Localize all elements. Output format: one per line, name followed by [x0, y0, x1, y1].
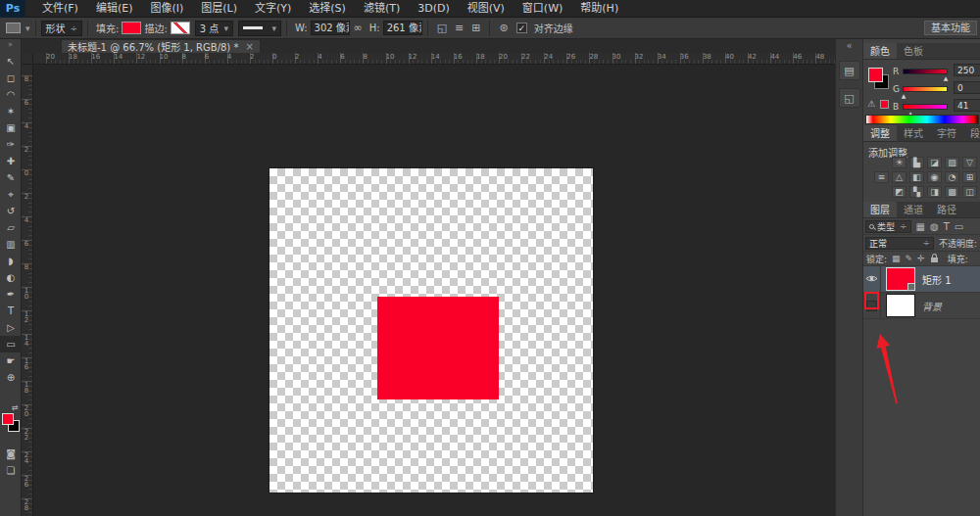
tool-preset-arrow-icon[interactable]: ▾: [25, 23, 30, 33]
panel-foreground-color-chip[interactable]: [868, 68, 883, 82]
color-lookup-icon[interactable]: ⊞: [962, 171, 977, 183]
visibility-toggle[interactable]: [863, 266, 881, 293]
adjustment-layer-filter-icon[interactable]: ◍: [930, 221, 939, 232]
layer-row[interactable]: 矩形 1: [863, 266, 980, 293]
threshold-icon[interactable]: ◨: [927, 186, 942, 198]
align-edges-checkbox[interactable]: ✓: [516, 23, 527, 33]
document-tab[interactable]: 未标题-1 @ 66.7% (矩形 1, RGB/8) * ×: [61, 39, 261, 53]
shape-height-field[interactable]: 261 像素: [383, 21, 422, 35]
history-brush-tool[interactable]: ↺: [0, 203, 22, 219]
menu-item[interactable]: 窗口(W): [514, 0, 571, 18]
lock-transparency-icon[interactable]: ▦: [892, 254, 901, 263]
posterize-icon[interactable]: ▚: [909, 186, 924, 198]
fill-color-swatch[interactable]: [122, 22, 141, 34]
eyedropper-tool[interactable]: ✑: [0, 136, 22, 153]
pixel-layer-filter-icon[interactable]: ▦: [916, 221, 925, 232]
curves-icon[interactable]: ◪: [927, 157, 942, 168]
channel-slider[interactable]: ▲: [903, 104, 948, 110]
tool-preset-icon[interactable]: [6, 23, 21, 33]
menu-item[interactable]: 编辑(E): [87, 0, 142, 18]
lock-paint-icon[interactable]: ✎: [906, 254, 913, 263]
workspace-button[interactable]: 基本功能: [924, 21, 977, 35]
lock-all-icon[interactable]: [931, 258, 938, 262]
layer-row[interactable]: 背景: [863, 293, 980, 319]
eraser-tool[interactable]: ▱: [0, 219, 22, 236]
menu-item[interactable]: 文件(F): [33, 0, 87, 18]
photo-filter-icon[interactable]: ◉: [927, 171, 942, 183]
eye-icon[interactable]: [865, 273, 878, 286]
path-operations-icon[interactable]: ◱: [437, 22, 447, 34]
menu-item[interactable]: 选择(S): [300, 0, 355, 18]
foreground-color-swatch[interactable]: [2, 413, 14, 425]
vibrance-icon[interactable]: ▽: [962, 157, 977, 168]
properties-panel-icon[interactable]: ◱: [839, 88, 860, 108]
color-balance-icon[interactable]: △: [892, 171, 906, 183]
clone-stamp-tool[interactable]: ⌖: [0, 186, 22, 203]
tab-swatches[interactable]: 色板: [897, 43, 930, 59]
gradient-tool[interactable]: ▥: [0, 236, 22, 253]
menu-item[interactable]: 帮助(H): [571, 0, 627, 18]
lock-position-icon[interactable]: ✛: [917, 254, 925, 263]
horizontal-ruler[interactable]: 2018161412108642024681012141618202224262…: [33, 53, 835, 65]
magic-wand-tool[interactable]: ✶: [0, 103, 22, 119]
stroke-width-select[interactable]: 3 点 ▾: [195, 21, 233, 36]
brush-tool[interactable]: ✎: [0, 169, 22, 186]
blur-tool[interactable]: ◗: [0, 253, 22, 269]
move-tool[interactable]: ↖: [0, 53, 22, 70]
dodge-tool[interactable]: ◐: [0, 269, 22, 286]
link-dimensions-icon[interactable]: ∞: [354, 22, 363, 34]
quick-mask-mode-icon[interactable]: ◙: [0, 448, 22, 459]
toolbar-collapse-icon[interactable]: »: [0, 39, 21, 51]
zoom-tool[interactable]: ⊕: [0, 369, 22, 386]
menu-item[interactable]: 滤镜(T): [355, 0, 409, 18]
close-icon[interactable]: ×: [245, 41, 253, 52]
tab-layers[interactable]: 图层: [863, 202, 897, 217]
marquee-tool[interactable]: ◻: [0, 70, 22, 86]
stroke-style-select[interactable]: ▾: [238, 21, 281, 36]
document-canvas[interactable]: [270, 168, 593, 493]
vertical-ruler[interactable]: 86420246810121416182022242628: [22, 65, 33, 516]
channel-slider[interactable]: ▲: [903, 69, 948, 74]
pen-tool[interactable]: ✒: [0, 286, 22, 303]
path-arrangement-icon[interactable]: ⊞: [471, 22, 480, 34]
tab-paragraph[interactable]: 段落: [963, 125, 980, 141]
blend-mode-select[interactable]: 正常 ÷: [865, 237, 934, 250]
rectangle-tool[interactable]: ▭: [0, 336, 22, 352]
brightness-contrast-icon[interactable]: ☀: [892, 157, 906, 168]
swap-colors-icon[interactable]: ⇄: [12, 403, 19, 412]
lasso-tool[interactable]: ◠: [0, 86, 22, 103]
channel-value-field[interactable]: 0: [954, 81, 980, 94]
healing-brush-tool[interactable]: ✚: [0, 153, 22, 169]
gamut-warning-swatch[interactable]: [880, 100, 889, 109]
layer-filter-kind-select[interactable]: 类型 ÷: [865, 220, 911, 233]
screen-mode-icon[interactable]: ❏: [0, 465, 22, 476]
exposure-icon[interactable]: ▨: [945, 157, 959, 168]
channel-slider[interactable]: ▲: [903, 86, 948, 92]
path-alignment-icon[interactable]: ≡: [455, 22, 464, 34]
tab-channels[interactable]: 通道: [897, 202, 930, 217]
tab-styles[interactable]: 样式: [897, 125, 930, 141]
stroke-color-swatch[interactable]: [171, 22, 190, 34]
selective-color-icon[interactable]: ◫: [962, 186, 977, 198]
hue-saturation-icon[interactable]: ≡: [874, 171, 889, 183]
channel-value-field[interactable]: 250: [954, 64, 980, 76]
menu-item[interactable]: 图像(I): [141, 0, 192, 18]
tab-color[interactable]: 颜色: [863, 43, 897, 59]
channel-mixer-icon[interactable]: ◔: [945, 171, 959, 183]
menu-item[interactable]: 文字(Y): [246, 0, 300, 18]
tool-mode-select[interactable]: 形状 ÷: [41, 21, 83, 36]
collapse-panels-icon[interactable]: «: [836, 39, 862, 53]
gear-icon[interactable]: ⊛: [499, 22, 508, 34]
crop-tool[interactable]: ▣: [0, 119, 22, 136]
path-selection-tool[interactable]: ▷: [0, 319, 22, 336]
type-layer-filter-icon[interactable]: T: [944, 221, 950, 232]
gamut-warning-icon[interactable]: ⚠: [867, 99, 875, 109]
canvas-viewport[interactable]: [33, 65, 835, 516]
black-white-icon[interactable]: ◧: [909, 171, 924, 183]
levels-icon[interactable]: ▙: [909, 157, 924, 168]
tab-adjustments[interactable]: 调整: [863, 125, 897, 141]
type-tool[interactable]: T: [0, 303, 22, 319]
menu-item[interactable]: 图层(L): [192, 0, 246, 18]
gradient-map-icon[interactable]: ▩: [945, 186, 959, 198]
shape-layer-filter-icon[interactable]: ▭: [955, 221, 963, 232]
